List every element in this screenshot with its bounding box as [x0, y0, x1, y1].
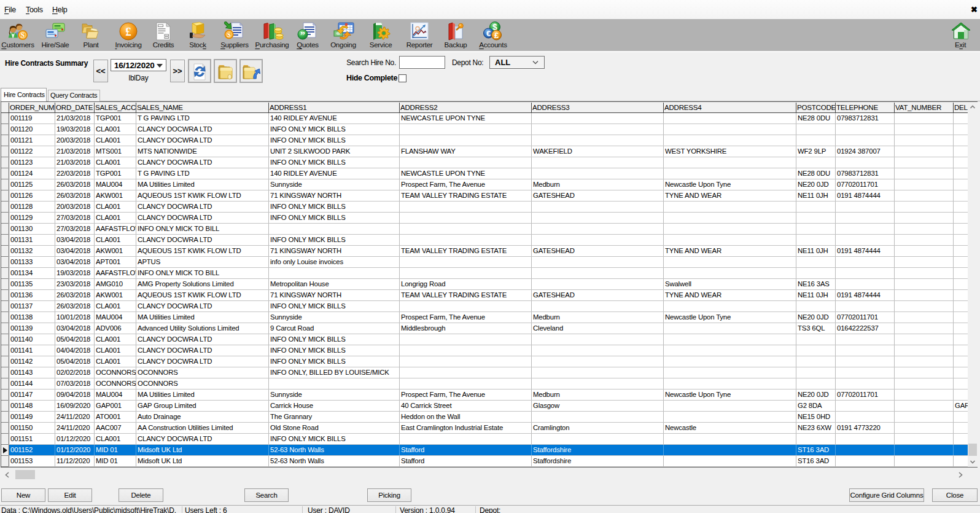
svg-text:£: £	[125, 25, 131, 38]
svg-text:”: ”	[300, 30, 305, 41]
svg-text:£: £	[494, 31, 499, 40]
svg-text:€: €	[486, 29, 491, 38]
svg-text:S: S	[227, 31, 231, 38]
svg-text:S: S	[21, 31, 25, 39]
